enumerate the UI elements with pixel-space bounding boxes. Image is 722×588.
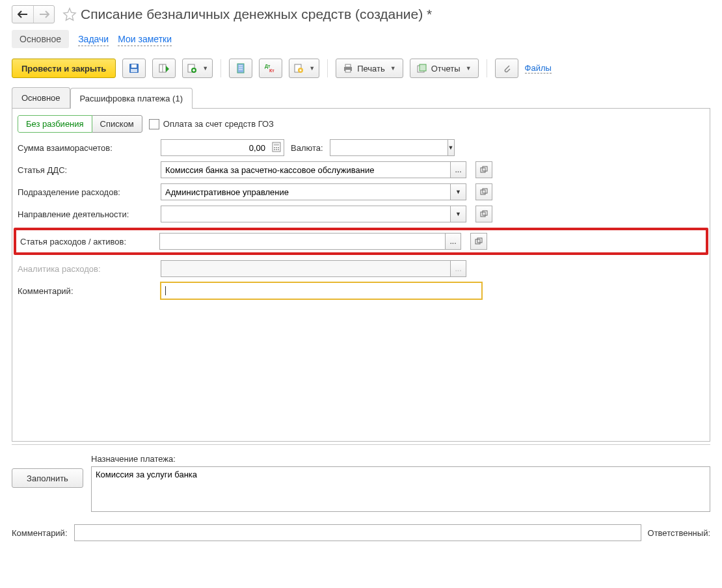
expense-label: Статья расходов / активов: — [20, 237, 153, 247]
page-title: Списание безналичных денежных средств (с… — [81, 7, 432, 22]
reports-label: Отчеты — [431, 64, 461, 74]
dds-label: Статья ДДС: — [18, 165, 154, 175]
dropdown-caret-icon: ▼ — [202, 65, 208, 72]
section-tab-row: Основное Задачи Мои заметки — [0, 27, 722, 55]
dds-input[interactable] — [161, 161, 451, 178]
expense-select-button[interactable]: ... — [446, 233, 461, 250]
row-dept: Подразделение расходов: ▼ — [18, 183, 704, 200]
toolbar-separator — [221, 59, 221, 77]
svg-point-14 — [300, 70, 302, 72]
print-button[interactable]: Печать ▼ — [336, 59, 403, 78]
row-analytics: Аналитика расходов: ... — [18, 260, 704, 277]
footer-comment-label: Комментарий: — [12, 528, 68, 538]
post-button[interactable] — [152, 59, 176, 78]
goz-checkbox-wrap[interactable]: Оплата за счет средств ГОЗ — [149, 119, 274, 129]
expense-open-button[interactable] — [470, 233, 487, 250]
purpose-textarea[interactable] — [91, 466, 710, 512]
favorite-star-icon[interactable] — [62, 7, 77, 21]
svg-point-26 — [276, 149, 277, 150]
row-sum: Сумма взаиморасчетов: Валюта: ▼ — [18, 139, 704, 156]
nav-forward-button[interactable] — [33, 6, 54, 23]
tab-main[interactable]: Основное — [12, 87, 70, 108]
row-direction: Направление деятельности: ▼ — [18, 206, 704, 222]
expense-input[interactable] — [159, 233, 446, 250]
print-label: Печать — [357, 64, 385, 74]
svg-rect-6 — [237, 64, 244, 73]
highlighted-expense-row: Статья расходов / активов: ... — [14, 228, 708, 255]
section-tab-notes[interactable]: Мои заметки — [118, 33, 172, 46]
footer-row: Комментарий: Ответственный: — [0, 520, 722, 545]
dropdown-caret-icon: ▼ — [390, 65, 396, 72]
fill-button[interactable]: Заполнить — [12, 468, 83, 488]
svg-rect-21 — [274, 144, 279, 146]
document-settings-button[interactable]: ▼ — [289, 59, 319, 78]
dept-open-button[interactable] — [475, 183, 492, 200]
save-button[interactable] — [122, 59, 146, 78]
dept-field: ▼ — [161, 183, 466, 200]
currency-input[interactable] — [330, 139, 448, 156]
nav-back-button[interactable] — [12, 6, 33, 23]
goz-label: Оплата за счет средств ГОЗ — [163, 119, 274, 129]
row-expense: Статья расходов / активов: ... — [20, 233, 702, 250]
post-and-close-button[interactable]: Провести и закрыть — [12, 59, 116, 78]
dds-select-button[interactable]: ... — [451, 161, 466, 178]
footer-comment-input[interactable] — [74, 524, 641, 541]
row-dds: Статья ДДС: ... — [18, 161, 704, 178]
row-comment: Комментарий: — [18, 282, 704, 299]
toolbar-separator — [487, 59, 487, 77]
currency-dropdown-button[interactable]: ▼ — [448, 139, 455, 156]
svg-point-25 — [274, 149, 275, 150]
footer-responsible-label: Ответственный: — [648, 528, 710, 538]
separator — [12, 444, 710, 445]
svg-rect-1 — [131, 64, 137, 68]
dtkt-button[interactable]: ДтКт — [259, 59, 282, 78]
no-split-toggle[interactable]: Без разбиения — [18, 115, 92, 133]
purpose-label: Назначение платежа: — [91, 454, 710, 464]
svg-rect-17 — [345, 70, 351, 72]
direction-dropdown-button[interactable]: ▼ — [451, 206, 466, 222]
direction-label: Направление деятельности: — [18, 209, 154, 219]
decode-panel: Без разбиения Списком Оплата за счет сре… — [12, 108, 710, 442]
dept-dropdown-button[interactable]: ▼ — [451, 183, 466, 200]
main-toolbar: Провести и закрыть ▼ ДтКт ▼ Печать ▼ Отч… — [0, 55, 722, 87]
direction-input[interactable] — [161, 206, 451, 222]
svg-rect-2 — [131, 69, 137, 72]
text-cursor — [165, 286, 166, 295]
section-tab-main[interactable]: Основное — [12, 30, 69, 48]
purpose-section: Заполнить Назначение платежа: — [0, 448, 722, 520]
dropdown-caret-icon: ▼ — [466, 65, 472, 72]
currency-field: ▼ — [330, 139, 421, 156]
tab-decode[interactable]: Расшифровка платежа (1) — [70, 88, 193, 109]
toolbar-separator — [327, 59, 328, 77]
svg-rect-19 — [420, 64, 426, 71]
svg-rect-16 — [345, 64, 351, 67]
register-button[interactable] — [229, 59, 252, 78]
panel-spacer — [18, 304, 704, 434]
dds-field: ... — [161, 161, 466, 178]
comment-input[interactable] — [161, 282, 482, 299]
direction-field: ▼ — [161, 206, 466, 222]
nav-buttons — [12, 5, 55, 23]
analytics-label: Аналитика расходов: — [18, 264, 154, 274]
analytics-select-button: ... — [451, 260, 466, 277]
create-based-on-button[interactable]: ▼ — [182, 59, 213, 78]
list-toggle[interactable]: Списком — [92, 115, 142, 133]
comment-label: Комментарий: — [18, 286, 154, 296]
sum-label: Сумма взаиморасчетов: — [18, 143, 154, 153]
sum-input[interactable] — [161, 139, 284, 156]
reports-button[interactable]: Отчеты ▼ — [410, 59, 479, 78]
files-link[interactable]: Файлы — [525, 63, 552, 74]
split-toggle-group: Без разбиения Списком — [18, 115, 142, 133]
analytics-input — [161, 260, 451, 277]
dds-open-button[interactable] — [475, 161, 492, 178]
dept-input[interactable] — [161, 183, 451, 200]
content-tabs: Основное Расшифровка платежа (1) — [12, 87, 710, 108]
header-bar: Списание безналичных денежных средств (с… — [0, 0, 722, 27]
attach-button[interactable] — [495, 59, 518, 78]
section-tab-tasks[interactable]: Задачи — [78, 33, 109, 46]
dept-label: Подразделение расходов: — [18, 187, 154, 197]
dropdown-caret-icon: ▼ — [309, 65, 315, 72]
calculator-icon[interactable] — [271, 142, 282, 152]
direction-open-button[interactable] — [475, 206, 492, 222]
goz-checkbox[interactable] — [149, 119, 159, 129]
